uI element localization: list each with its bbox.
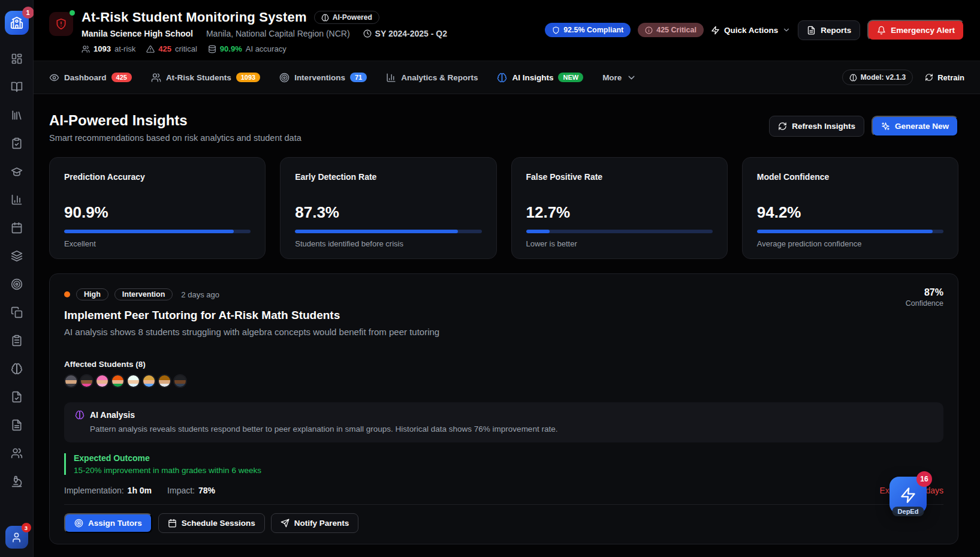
- info-icon: [645, 26, 653, 34]
- progress-bar: [757, 230, 943, 233]
- assign-tutors-button[interactable]: Assign Tutors: [64, 513, 152, 533]
- library-icon[interactable]: [11, 109, 23, 121]
- student-avatar[interactable]: [111, 374, 125, 388]
- brain-icon: [321, 14, 329, 22]
- calendar-icon: [168, 519, 177, 528]
- priority-pill: High: [76, 288, 108, 300]
- tab-dashboard[interactable]: Dashboard 425: [49, 73, 132, 83]
- section-title: AI-Powered Insights: [49, 112, 301, 129]
- copy-icon[interactable]: [11, 306, 23, 318]
- users-icon: [82, 45, 90, 53]
- reports-button[interactable]: Reports: [798, 20, 860, 40]
- deped-label: DepEd: [892, 507, 924, 516]
- tab-badge: 425: [111, 73, 132, 82]
- notify-parents-button[interactable]: Notify Parents: [271, 513, 359, 533]
- progress-bar: [526, 230, 713, 233]
- critical-stat: 425 critical: [146, 44, 197, 53]
- insight-title: Implement Peer Tutoring for At-Risk Math…: [64, 309, 943, 322]
- affected-students-label: Affected Students (8): [64, 360, 943, 369]
- users-icon[interactable]: [11, 447, 23, 459]
- student-avatar[interactable]: [80, 374, 94, 388]
- target-icon: [74, 519, 83, 528]
- microscope-icon[interactable]: [11, 475, 23, 487]
- school-location: Manila, National Capital Region (NCR): [206, 29, 350, 38]
- header: At-Risk Student Monitoring System AI-Pow…: [34, 0, 980, 61]
- implementation-time: Implementation: 1h 0m: [64, 486, 152, 495]
- shield-alert-icon: [49, 12, 73, 36]
- insight-card: High Intervention 2 days ago 87% Confide…: [49, 273, 958, 544]
- ai-analysis-box: AI Analysis Pattern analysis reveals stu…: [64, 402, 943, 442]
- content: AI-Powered Insights Smart recommendation…: [34, 94, 980, 544]
- student-avatar[interactable]: [126, 374, 140, 388]
- emergency-alert-button[interactable]: Emergency Alert: [867, 20, 964, 41]
- profile-button[interactable]: 3: [5, 526, 28, 549]
- student-avatar[interactable]: [142, 374, 156, 388]
- target-icon[interactable]: [11, 278, 23, 290]
- brain-icon[interactable]: [11, 363, 23, 375]
- affected-students-avatars: [64, 374, 943, 388]
- progress-bar: [295, 230, 481, 233]
- student-avatar[interactable]: [158, 374, 171, 388]
- compliant-pill[interactable]: 92.5% Compliant: [545, 23, 631, 37]
- brain-icon: [497, 73, 507, 83]
- clipboard-check-icon[interactable]: [11, 137, 23, 149]
- clipboard-list-icon[interactable]: [11, 335, 23, 347]
- file-text-icon[interactable]: [11, 419, 23, 431]
- metric-cards: Prediction Accuracy 90.9% Excellent Earl…: [49, 157, 958, 259]
- file-text-icon: [807, 26, 816, 35]
- model-version-pill: Model: v2.1.3: [842, 70, 913, 85]
- progress-bar: [64, 230, 251, 233]
- file-check-icon[interactable]: [11, 391, 23, 403]
- app-notification-badge: 1: [22, 7, 34, 19]
- quick-actions-menu[interactable]: Quick Actions: [711, 26, 791, 35]
- insight-timestamp: 2 days ago: [181, 290, 219, 299]
- app-logo-school-icon[interactable]: 1: [5, 11, 29, 35]
- dashboard-grid-icon[interactable]: [11, 53, 23, 65]
- deped-floating-button[interactable]: 16 DepEd: [889, 477, 927, 514]
- tab-more[interactable]: More: [602, 73, 637, 83]
- bell-icon: [877, 26, 886, 35]
- refresh-icon: [778, 122, 787, 131]
- tab-analytics-reports[interactable]: Analytics & Reports: [386, 73, 478, 83]
- generate-new-button[interactable]: Generate New: [872, 116, 958, 137]
- zap-icon: [711, 26, 720, 35]
- bar-chart-icon[interactable]: [11, 194, 23, 206]
- tab-ai-insights[interactable]: AI Insights NEW: [497, 73, 583, 83]
- critical-pill[interactable]: 425 Critical: [638, 23, 704, 37]
- ai-accuracy-stat: 90.9% AI accuracy: [208, 44, 287, 53]
- tab-badge: 71: [350, 73, 367, 82]
- student-avatar[interactable]: [95, 374, 109, 388]
- shield-icon: [552, 26, 560, 34]
- eye-icon: [49, 73, 59, 83]
- layers-icon[interactable]: [11, 250, 23, 262]
- users-icon: [151, 73, 161, 83]
- graduation-cap-icon[interactable]: [11, 165, 23, 177]
- retrain-button[interactable]: Retrain: [925, 73, 964, 82]
- ai-analysis-text: Pattern analysis reveals students respon…: [90, 424, 933, 433]
- online-status-dot: [70, 10, 75, 16]
- main-navbar: Dashboard 425 At-Risk Students 1093 Inte…: [34, 61, 980, 94]
- send-icon: [281, 519, 290, 528]
- divider: [64, 504, 943, 505]
- student-avatar[interactable]: [64, 374, 78, 388]
- calendar-icon[interactable]: [11, 222, 23, 234]
- brain-icon: [849, 74, 857, 82]
- sidebar: 1 3: [0, 0, 34, 557]
- main-area: At-Risk Student Monitoring System AI-Pow…: [34, 0, 980, 557]
- tab-at-risk-students[interactable]: At-Risk Students 1093: [151, 73, 260, 83]
- clock-icon: [363, 29, 372, 38]
- target-icon: [279, 73, 290, 83]
- tab-interventions[interactable]: Interventions 71: [279, 73, 367, 83]
- at-risk-stat: 1093 at-risk: [82, 44, 135, 53]
- schedule-sessions-button[interactable]: Schedule Sessions: [158, 513, 265, 533]
- chevron-down-icon: [782, 26, 791, 34]
- sparkles-icon: [881, 122, 890, 131]
- ai-powered-badge: AI-Powered: [314, 11, 379, 24]
- refresh-insights-button[interactable]: Refresh Insights: [769, 116, 864, 137]
- book-open-icon[interactable]: [11, 81, 23, 93]
- metric-card-model-confidence: Model Confidence 94.2% Average predictio…: [742, 157, 958, 259]
- type-pill: Intervention: [114, 288, 173, 300]
- sidebar-nav: [11, 53, 23, 487]
- student-avatar[interactable]: [173, 374, 187, 388]
- alert-triangle-icon: [146, 45, 155, 53]
